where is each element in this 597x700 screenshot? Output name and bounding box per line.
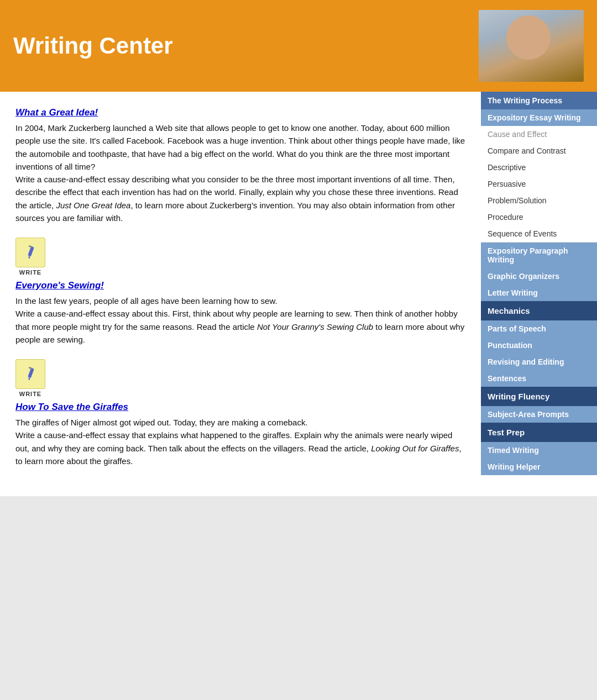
- sidebar-item-the-writing-process[interactable]: The Writing Process: [481, 92, 597, 109]
- sidebar-item-test-prep[interactable]: Test Prep: [481, 423, 597, 442]
- pencil-icon-1: [23, 245, 38, 260]
- article-2-para2: Write a cause-and-effect essay about thi…: [15, 309, 464, 344]
- article-1-para1: In 2004, Mark Zuckerberg launched a Web …: [15, 123, 465, 171]
- svg-marker-1: [28, 256, 30, 259]
- sidebar-label-subject-area-prompts: Subject-Area Prompts: [488, 410, 569, 419]
- sidebar-label-cause-and-effect: Cause and Effect: [488, 130, 547, 139]
- article-title-2[interactable]: Everyone's Sewing!: [15, 280, 104, 291]
- page-wrapper: Writing Center What a Great Idea! In 200…: [0, 0, 597, 496]
- article-what-a-great-idea: What a Great Idea! In 2004, Mark Zuckerb…: [15, 107, 465, 224]
- sidebar-label-punctuation: Punctuation: [488, 341, 532, 350]
- svg-rect-0: [28, 246, 34, 257]
- content-area: What a Great Idea! In 2004, Mark Zuckerb…: [0, 92, 481, 496]
- sidebar-label-mechanics: Mechanics: [488, 306, 530, 315]
- sidebar-item-sentences[interactable]: Sentences: [481, 370, 597, 387]
- sidebar-item-revising-and-editing[interactable]: Revising and Editing: [481, 354, 597, 370]
- sidebar-item-timed-writing[interactable]: Timed Writing: [481, 442, 597, 459]
- sidebar-label-sentences: Sentences: [488, 374, 526, 383]
- sidebar-label-writing-fluency: Writing Fluency: [488, 392, 549, 401]
- header-image: [479, 10, 584, 82]
- sidebar-item-cause-and-effect[interactable]: Cause and Effect: [481, 126, 597, 143]
- article-3-para1: The giraffes of Niger almost got wiped o…: [15, 418, 308, 427]
- write-label-1: WRITE: [15, 269, 45, 276]
- write-icon-box-2[interactable]: [15, 359, 45, 389]
- svg-rect-3: [28, 368, 34, 378]
- page-header: Writing Center: [0, 0, 597, 92]
- sidebar-label-expository-essay-writing: Expository Essay Writing: [488, 113, 581, 122]
- sidebar-label-persuasive: Persuasive: [488, 180, 526, 188]
- svg-rect-5: [29, 367, 33, 370]
- sidebar-item-expository-essay-writing[interactable]: Expository Essay Writing: [481, 109, 597, 126]
- write-label-2: WRITE: [15, 391, 45, 397]
- sidebar-label-procedure: Procedure: [488, 213, 523, 222]
- sidebar-label-revising-and-editing: Revising and Editing: [488, 357, 564, 366]
- article-1-para2: Write a cause-and-effect essay describin…: [15, 175, 458, 223]
- sidebar-label-expository-paragraph-writing: Expository Paragraph Writing: [488, 246, 568, 264]
- sidebar-item-persuasive[interactable]: Persuasive: [481, 176, 597, 192]
- main-layout: What a Great Idea! In 2004, Mark Zuckerb…: [0, 92, 597, 496]
- write-icon-2[interactable]: WRITE: [15, 359, 465, 397]
- sidebar-item-letter-writing[interactable]: Letter Writing: [481, 285, 597, 301]
- sidebar-item-descriptive[interactable]: Descriptive: [481, 159, 597, 176]
- article-3-para2: Write a cause-and-effect essay that expl…: [15, 430, 462, 466]
- page-title: Writing Center: [13, 33, 173, 59]
- write-icon-1[interactable]: WRITE: [15, 238, 465, 276]
- sidebar-label-graphic-organizers: Graphic Organizers: [488, 272, 559, 281]
- sidebar-item-punctuation[interactable]: Punctuation: [481, 337, 597, 354]
- article-everyones-sewing: Everyone's Sewing! In the last few years…: [15, 280, 465, 346]
- article-title-3[interactable]: How To Save the Giraffes: [15, 402, 128, 413]
- sidebar-item-sequence-of-events[interactable]: Sequence of Events: [481, 225, 597, 242]
- sidebar-label-timed-writing: Timed Writing: [488, 446, 539, 455]
- sidebar-item-compare-and-contrast[interactable]: Compare and Contrast: [481, 143, 597, 159]
- sidebar-label-compare-and-contrast: Compare and Contrast: [488, 146, 566, 155]
- svg-marker-4: [28, 377, 30, 381]
- article-body-3: The giraffes of Niger almost got wiped o…: [15, 416, 465, 467]
- sidebar-item-writing-helper[interactable]: Writing Helper: [481, 459, 597, 475]
- sidebar-item-procedure[interactable]: Procedure: [481, 209, 597, 225]
- article-body-2: In the last few years, people of all age…: [15, 294, 465, 346]
- article-title-1[interactable]: What a Great Idea!: [15, 107, 98, 118]
- sidebar-label-writing-helper: Writing Helper: [488, 462, 540, 471]
- svg-rect-2: [29, 245, 33, 248]
- sidebar-label-sequence-of-events: Sequence of Events: [488, 229, 557, 238]
- sidebar-label-letter-writing: Letter Writing: [488, 288, 538, 297]
- sidebar-label-parts-of-speech: Parts of Speech: [488, 324, 546, 333]
- sidebar-label-the-writing-process: The Writing Process: [488, 96, 562, 105]
- header-photo: [479, 10, 584, 82]
- sidebar-label-test-prep: Test Prep: [488, 428, 525, 437]
- sidebar: The Writing Process Expository Essay Wri…: [481, 92, 597, 475]
- article-2-para1: In the last few years, people of all age…: [15, 296, 277, 306]
- pencil-icon-2: [23, 366, 38, 382]
- sidebar-item-subject-area-prompts[interactable]: Subject-Area Prompts: [481, 406, 597, 423]
- sidebar-item-expository-paragraph-writing[interactable]: Expository Paragraph Writing: [481, 243, 597, 268]
- sidebar-item-mechanics[interactable]: Mechanics: [481, 301, 597, 320]
- article-giraffes: How To Save the Giraffes The giraffes of…: [15, 402, 465, 467]
- sidebar-item-graphic-organizers[interactable]: Graphic Organizers: [481, 268, 597, 285]
- sidebar-item-parts-of-speech[interactable]: Parts of Speech: [481, 320, 597, 337]
- write-icon-box-1[interactable]: [15, 238, 45, 267]
- article-body-1: In 2004, Mark Zuckerberg launched a Web …: [15, 122, 465, 224]
- sidebar-label-descriptive: Descriptive: [488, 163, 526, 172]
- sidebar-item-writing-fluency[interactable]: Writing Fluency: [481, 387, 597, 406]
- sidebar-label-problem-solution: Problem/Solution: [488, 196, 547, 205]
- sidebar-item-problem-solution[interactable]: Problem/Solution: [481, 192, 597, 209]
